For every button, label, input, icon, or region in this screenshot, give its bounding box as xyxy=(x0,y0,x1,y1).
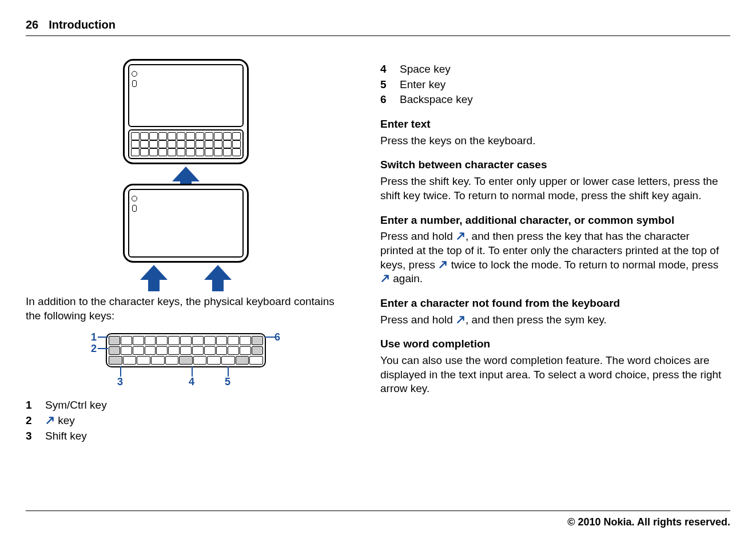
page-number: 26 xyxy=(26,17,38,32)
legend-left: 1Sym/Ctrl key2 key3Shift key xyxy=(26,398,346,443)
legend-number: 1 xyxy=(26,398,45,413)
body-text: Press and hold , and then press the key … xyxy=(380,230,723,286)
callout-3: 3 xyxy=(117,375,123,389)
copyright: © 2010 Nokia. All rights reserved. xyxy=(567,516,730,528)
legend-number: 3 xyxy=(26,429,45,444)
legend-text: Backspace key xyxy=(400,93,723,107)
sym-key-icon xyxy=(456,231,465,241)
legend-row: 5Enter key xyxy=(380,78,723,92)
legend-text: Sym/Ctrl key xyxy=(45,398,346,413)
manual-page: 26 Introduction xyxy=(0,0,756,444)
legend-row: 2 key xyxy=(26,414,346,428)
right-column: 4Space key5Enter key6Backspace key Enter… xyxy=(380,59,723,444)
keyboard-diagram: 1 2 3 4 5 6 xyxy=(77,331,295,388)
callout-2: 2 xyxy=(91,342,97,355)
callout-6: 6 xyxy=(274,331,280,344)
body-text: You can also use the word completion fea… xyxy=(380,354,723,396)
arrow-up-icon xyxy=(204,265,232,280)
legend-number: 5 xyxy=(380,78,400,92)
legend-text: Shift key xyxy=(45,429,346,444)
intro-paragraph: In addition to the character keys, the p… xyxy=(26,295,346,323)
left-column: In addition to the character keys, the p… xyxy=(26,59,346,444)
body-text: Press the shift key. To enter only upper… xyxy=(380,175,723,203)
legend-text: Space key xyxy=(400,62,723,77)
arrow-up-icon xyxy=(172,167,200,181)
page-footer: © 2010 Nokia. All rights reserved. xyxy=(26,511,730,529)
legend-number: 4 xyxy=(380,62,400,77)
body-text: Press and hold , and then press the sym … xyxy=(380,313,723,327)
sym-key-icon xyxy=(380,274,390,283)
legend-row: 3Shift key xyxy=(26,429,346,444)
legend-row: 1Sym/Ctrl key xyxy=(26,398,346,413)
device-slide-illustration xyxy=(26,59,346,282)
arrow-up-icon xyxy=(140,265,168,280)
sym-key-icon xyxy=(45,416,55,425)
sym-key-icon xyxy=(456,315,465,325)
legend-row: 6Backspace key xyxy=(380,93,723,107)
callout-4: 4 xyxy=(189,375,194,389)
legend-number: 2 xyxy=(26,414,45,428)
section-title: Introduction xyxy=(49,17,116,32)
legend-text: key xyxy=(45,414,346,428)
legend-number: 6 xyxy=(380,93,400,107)
legend-right: 4Space key5Enter key6Backspace key xyxy=(380,62,723,107)
subheading: Enter text xyxy=(380,117,723,132)
legend-row: 4Space key xyxy=(380,62,723,77)
arrow-row xyxy=(123,263,249,282)
content-columns: In addition to the character keys, the p… xyxy=(26,59,730,444)
instruction-sections: Enter textPress the keys on the keyboard… xyxy=(380,117,723,396)
legend-text: Enter key xyxy=(400,78,723,92)
device-open xyxy=(123,59,249,164)
callout-5: 5 xyxy=(225,375,230,389)
subheading: Use word completion xyxy=(380,337,723,351)
subheading: Enter a number, additional character, or… xyxy=(380,213,723,228)
body-text: Press the keys on the keyboard. xyxy=(380,134,723,148)
page-header: 26 Introduction xyxy=(26,17,730,36)
device-closed xyxy=(123,184,249,263)
sym-key-icon xyxy=(438,260,448,270)
subheading: Enter a character not found from the key… xyxy=(380,296,723,311)
subheading: Switch between character cases xyxy=(380,158,723,172)
